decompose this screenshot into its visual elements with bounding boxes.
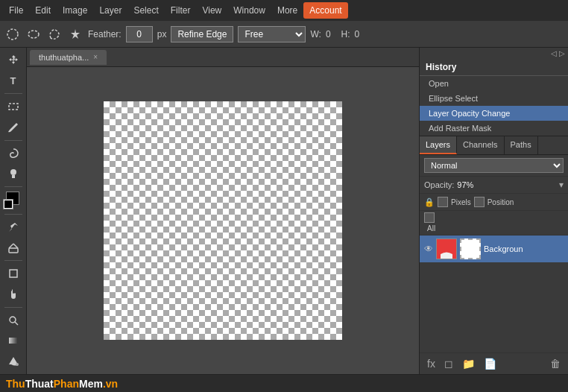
svg-rect-5	[9, 248, 18, 253]
delete-layer-button[interactable]: 🗑	[547, 356, 564, 371]
tool-divider-3	[4, 186, 22, 187]
add-mask-button[interactable]: ◻	[441, 356, 456, 371]
layer-name-label: Backgroun	[484, 244, 564, 253]
rect-select-tool[interactable]	[3, 97, 24, 116]
menu-account[interactable]: Account	[303, 2, 347, 19]
feather-label: Feather:	[88, 29, 122, 39]
fx-button[interactable]: fx	[424, 356, 438, 371]
canvas-container	[27, 67, 419, 374]
logo-vn: .vn	[103, 378, 118, 390]
main-layout: T	[0, 48, 568, 374]
panel-collapse-bar: ◁ ▷	[420, 48, 568, 59]
new-group-button[interactable]: 📁	[459, 356, 478, 371]
menu-edit[interactable]: Edit	[29, 2, 57, 19]
hand-tool[interactable]	[3, 285, 24, 304]
tab-layers[interactable]: Layers	[420, 136, 457, 154]
h-label: H:	[341, 29, 350, 39]
tool-divider-4	[4, 214, 22, 215]
lock-all-row: All	[420, 211, 568, 235]
opacity-label: Opacity:	[424, 180, 454, 189]
fill-tool[interactable]	[3, 352, 24, 371]
lock-pixels-checkbox[interactable]	[438, 197, 448, 207]
pen-tool[interactable]	[3, 218, 24, 237]
logo-thu: Thu	[6, 378, 25, 390]
tab-paths[interactable]: Paths	[505, 136, 538, 154]
history-item-mask[interactable]: Add Raster Mask	[420, 121, 568, 136]
color-swatch[interactable]	[3, 192, 24, 209]
feather-input[interactable]	[126, 26, 153, 42]
svg-line-10	[15, 322, 18, 325]
lock-position-checkbox[interactable]	[474, 197, 485, 207]
tab-filename: thuthuatpha...	[39, 53, 89, 62]
feather-unit: px	[157, 29, 167, 39]
history-item-open[interactable]: Open	[420, 76, 568, 91]
layer-visibility-icon[interactable]: 👁	[424, 244, 433, 254]
collapse-button[interactable]: ◁ ▷	[551, 49, 565, 57]
toolbar: T	[0, 48, 27, 374]
history-item-opacity[interactable]: Layer Opacity Change	[420, 106, 568, 121]
canvas-wrap[interactable]	[104, 101, 342, 340]
svg-point-9	[10, 317, 16, 323]
rect-select-icon[interactable]	[4, 26, 21, 42]
menu-filter[interactable]: Filter	[165, 2, 197, 19]
move-tool[interactable]	[3, 51, 24, 70]
status-bar: ThuThuatPhanMem.vn	[0, 374, 568, 392]
logo-mem: Mem	[79, 378, 103, 390]
blend-mode-select[interactable]: Normal Multiply Screen Overlay	[424, 158, 564, 173]
history-item-ellipse[interactable]: Ellipse Select	[420, 91, 568, 106]
mode-select[interactable]: Free Fixed Ratio Fixed Size	[238, 26, 306, 42]
menu-more[interactable]: More	[271, 2, 303, 19]
svg-point-3	[10, 169, 16, 175]
brush-tool[interactable]	[3, 118, 24, 137]
layer-row-background[interactable]: 👁 Backgroun	[420, 235, 568, 262]
svg-point-0	[7, 29, 18, 39]
menu-window[interactable]: Window	[227, 2, 271, 19]
svg-line-6	[9, 244, 13, 248]
layers-panel: Layers Channels Paths Normal Multiply Sc…	[420, 136, 568, 374]
w-label: W:	[310, 29, 321, 39]
svg-rect-2	[9, 104, 18, 110]
blend-mode-row: Normal Multiply Screen Overlay	[420, 155, 568, 177]
gradient-tool[interactable]	[3, 332, 24, 351]
svg-rect-4	[12, 175, 15, 178]
menu-view[interactable]: View	[196, 2, 227, 19]
eraser-tool[interactable]	[3, 238, 24, 258]
menu-layer[interactable]: Layer	[93, 2, 127, 19]
type-tool[interactable]: T	[3, 72, 24, 91]
history-header[interactable]: History	[420, 59, 568, 76]
shape-tool[interactable]	[3, 264, 24, 283]
tool-divider-1	[4, 93, 22, 94]
refine-edge-button[interactable]: Refine Edge	[171, 26, 233, 42]
tab-bar: thuthuatpha... ×	[27, 48, 419, 67]
menu-image[interactable]: Image	[57, 2, 93, 19]
menu-file[interactable]: File	[3, 2, 29, 19]
logo-thuat: Thuat	[25, 378, 54, 390]
canvas-area: thuthuatpha... ×	[27, 48, 419, 374]
magic-select-icon[interactable]	[67, 26, 83, 42]
menu-bar: File Edit Image Layer Select Filter View…	[0, 0, 568, 21]
right-panel: ◁ ▷ History Open Ellipse Select Layer Op…	[419, 48, 568, 374]
lock-row: 🔒 Pixels Position	[420, 194, 568, 211]
stamp-tool[interactable]	[3, 165, 24, 184]
tab-close-button[interactable]: ×	[93, 53, 98, 61]
lasso-tool[interactable]	[3, 144, 24, 163]
tab-channels[interactable]: Channels	[457, 136, 504, 154]
panel-footer: fx ◻ 📁 📄 🗑	[420, 353, 568, 374]
ellipse-select-icon[interactable]	[25, 26, 42, 42]
tool-divider-2	[4, 140, 22, 141]
lock-icon: 🔒	[424, 197, 435, 207]
canvas-image	[104, 101, 342, 340]
tool-divider-6	[4, 307, 22, 308]
canvas-tab[interactable]: thuthuatpha... ×	[30, 50, 107, 65]
lock-all-label: All	[427, 224, 435, 233]
layer-thumbnail	[436, 238, 457, 259]
lasso-select-icon[interactable]	[46, 26, 63, 42]
logo-phan: Phan	[54, 378, 79, 390]
opacity-value[interactable]: 97%	[457, 180, 556, 189]
zoom-tool[interactable]	[3, 311, 24, 330]
layer-mask-thumbnail	[460, 238, 481, 259]
lock-all-checkbox[interactable]	[424, 212, 435, 223]
menu-select[interactable]: Select	[127, 2, 164, 19]
lock-pixels-label: Pixels	[451, 198, 471, 206]
new-layer-button[interactable]: 📄	[481, 356, 499, 371]
